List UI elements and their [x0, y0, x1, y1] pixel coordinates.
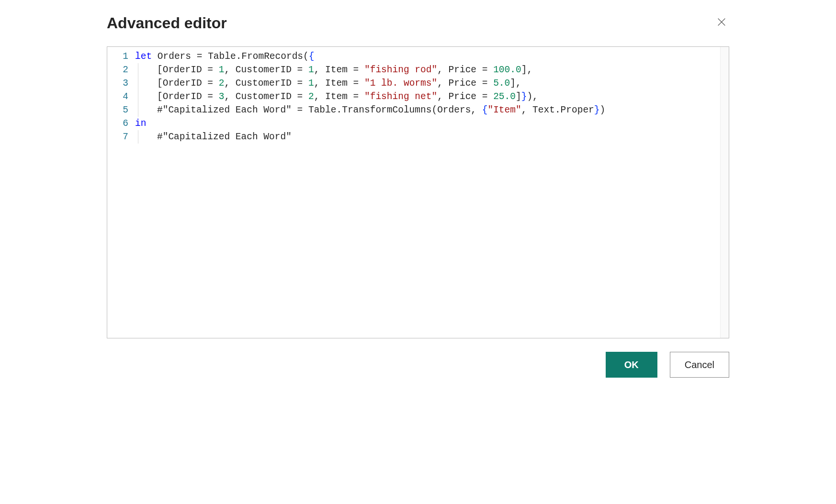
code-token: =	[482, 65, 493, 75]
code-token: }	[594, 105, 600, 115]
code-line[interactable]: [OrderID = 2, CustomerID = 1, Item = "1 …	[135, 77, 729, 90]
code-token: (	[431, 105, 437, 115]
editor-scrollbar[interactable]	[720, 47, 729, 338]
code-token: ,	[437, 91, 448, 102]
code-token: CustomerID	[236, 65, 297, 75]
code-token: ,	[224, 65, 235, 75]
code-token: {	[482, 105, 488, 115]
line-number: 4	[107, 90, 128, 103]
code-token: "fishing rod"	[364, 65, 437, 75]
line-number: 3	[107, 77, 128, 90]
code-token: ,	[532, 91, 538, 102]
indent-guide	[138, 90, 138, 103]
code-token: 2	[308, 91, 314, 102]
code-token: [	[157, 78, 163, 89]
line-number-gutter: 1234567	[107, 50, 135, 144]
code-token: (	[303, 51, 309, 62]
code-token: =	[207, 65, 218, 75]
code-token: =	[292, 105, 308, 115]
code-token: )	[600, 105, 606, 115]
code-token: let	[135, 51, 152, 62]
code-token: ,	[224, 78, 235, 89]
line-number: 2	[107, 63, 128, 77]
code-token: ]	[521, 65, 527, 75]
code-token: OrderID	[163, 91, 208, 102]
code-token: =	[482, 91, 493, 102]
code-token: ,	[527, 65, 532, 75]
advanced-editor-dialog: Advanced editor 1234567 let Orders = Tab…	[92, 14, 744, 378]
code-token: =	[353, 65, 364, 75]
code-token: ,	[314, 78, 325, 89]
code-token: 2	[219, 78, 225, 89]
code-token: 25.0	[493, 91, 516, 102]
code-token: #"Capitalized Each Word"	[157, 105, 292, 115]
code-token: Orders	[437, 105, 471, 115]
close-button[interactable]	[714, 14, 729, 32]
line-number: 7	[107, 130, 128, 144]
code-token: ]	[516, 91, 521, 102]
code-token: ,	[516, 78, 521, 89]
code-area[interactable]: let Orders = Table.FromRecords({[OrderID…	[135, 50, 729, 144]
dialog-header: Advanced editor	[107, 14, 729, 32]
code-token: )	[527, 91, 532, 102]
code-line[interactable]: let Orders = Table.FromRecords({	[135, 50, 729, 63]
code-token: OrderID	[163, 65, 208, 75]
code-token: Price	[449, 78, 482, 89]
code-token: [	[157, 65, 163, 75]
line-number: 6	[107, 117, 128, 130]
code-token: 100.0	[493, 65, 521, 75]
code-token: =	[297, 65, 308, 75]
code-token: =	[482, 78, 493, 89]
code-token: Table.FromRecords	[208, 51, 303, 62]
code-token: }	[521, 91, 527, 102]
code-token: =	[197, 51, 208, 62]
indent-guide	[138, 63, 138, 77]
code-editor[interactable]: 1234567 let Orders = Table.FromRecords({…	[107, 46, 729, 338]
code-token: Item	[325, 65, 353, 75]
indent-guide	[138, 103, 138, 117]
code-token: ,	[314, 65, 325, 75]
code-token: =	[297, 91, 308, 102]
code-token: CustomerID	[236, 91, 297, 102]
code-line[interactable]: in	[135, 117, 729, 130]
code-token: 1	[308, 65, 314, 75]
code-token: ,	[471, 105, 482, 115]
code-line[interactable]: [OrderID = 1, CustomerID = 1, Item = "fi…	[135, 63, 729, 77]
code-line[interactable]: #"Capitalized Each Word" = Table.Transfo…	[135, 103, 729, 117]
code-token: "fishing net"	[364, 91, 437, 102]
dialog-title: Advanced editor	[107, 14, 227, 32]
ok-button[interactable]: OK	[606, 352, 657, 378]
code-token: ,	[314, 91, 325, 102]
code-line[interactable]: #"Capitalized Each Word"	[135, 130, 729, 144]
code-token: ,	[521, 105, 532, 115]
code-token: Text.Proper	[532, 105, 594, 115]
code-token: "1 lb. worms"	[364, 78, 437, 89]
code-token: Item	[325, 78, 353, 89]
line-number: 5	[107, 103, 128, 117]
code-token: {	[309, 51, 315, 62]
code-token: "Item"	[487, 105, 521, 115]
code-token: ,	[437, 65, 448, 75]
code-token: =	[353, 91, 364, 102]
code-token: ,	[437, 78, 448, 89]
code-token: 3	[219, 91, 225, 102]
code-token: in	[135, 118, 146, 129]
indent-guide	[138, 77, 138, 90]
line-number: 1	[107, 50, 128, 63]
code-token: =	[207, 91, 218, 102]
code-token: =	[297, 78, 308, 89]
code-line[interactable]: [OrderID = 3, CustomerID = 2, Item = "fi…	[135, 90, 729, 103]
code-token: Orders	[152, 51, 197, 62]
close-icon	[716, 17, 727, 29]
code-token: [	[157, 91, 163, 102]
code-token: Price	[449, 91, 482, 102]
code-token: Item	[325, 91, 353, 102]
code-token: 5.0	[493, 78, 510, 89]
code-token: CustomerID	[236, 78, 297, 89]
code-token: #"Capitalized Each Word"	[157, 132, 292, 142]
code-token: Table.TransformColumns	[308, 105, 431, 115]
code-token: =	[207, 78, 218, 89]
cancel-button[interactable]: Cancel	[670, 352, 729, 378]
code-token: Price	[449, 65, 482, 75]
code-token: OrderID	[163, 78, 208, 89]
